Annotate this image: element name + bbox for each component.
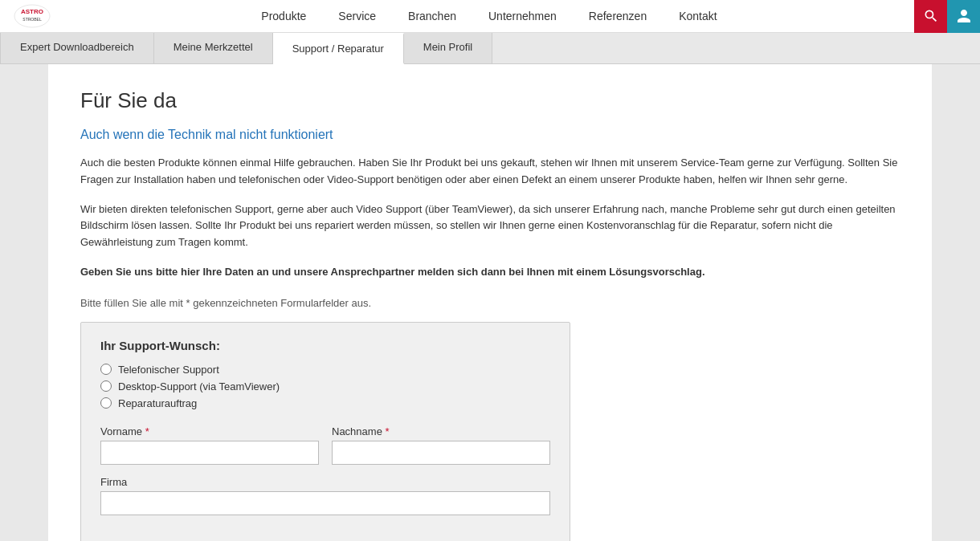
- nachname-label: Nachname *: [332, 425, 550, 437]
- tab-expert-download[interactable]: Expert Downloadbereich: [0, 33, 154, 63]
- tab-support-reparatur[interactable]: Support / Reparatur: [273, 33, 404, 64]
- nachname-required: *: [382, 425, 390, 437]
- support-wish-title: Ihr Support-Wunsch:: [100, 339, 550, 352]
- search-icon: [923, 8, 939, 24]
- radio-reparatur-label: Reparaturauftrag: [118, 397, 197, 409]
- firma-input[interactable]: [100, 491, 550, 515]
- radio-telefonisch-label: Telefonischer Support: [118, 364, 219, 376]
- body-text-2: Wir bieten direkten telefonischen Suppor…: [80, 201, 900, 251]
- nav-unternehmen[interactable]: Unternehmen: [488, 10, 557, 22]
- vorname-field: Vorname *: [100, 425, 319, 465]
- user-button[interactable]: [947, 0, 980, 33]
- vorname-label: Vorname *: [100, 425, 319, 437]
- radio-telefonisch[interactable]: Telefonischer Support: [100, 364, 550, 376]
- nav-branchen[interactable]: Branchen: [408, 10, 456, 22]
- form-note: Bitte füllen Sie alle mit * gekennzeichn…: [80, 297, 900, 309]
- nav-referenzen[interactable]: Referenzen: [589, 10, 647, 22]
- nav-produkte[interactable]: Produkte: [261, 10, 306, 22]
- radio-desktop-label: Desktop-Support (via TeamViewer): [118, 380, 280, 393]
- header-actions: [914, 0, 980, 33]
- search-button[interactable]: [914, 0, 947, 33]
- content-panel: Für Sie da Auch wenn die Technik mal nic…: [48, 64, 932, 541]
- body-text-1: Auch die besten Produkte können einmal H…: [80, 155, 900, 189]
- radio-reparatur-input[interactable]: [100, 397, 112, 409]
- support-box: Ihr Support-Wunsch: Telefonischer Suppor…: [80, 322, 570, 541]
- page-title: Für Sie da: [80, 88, 900, 113]
- tab-merkzettel[interactable]: Meine Merkzettel: [154, 33, 273, 63]
- name-row: Vorname * Nachname *: [100, 425, 550, 465]
- vorname-input[interactable]: [100, 441, 319, 465]
- svg-text:ASTRO: ASTRO: [21, 8, 43, 15]
- tab-mein-profil[interactable]: Mein Profil: [404, 33, 492, 63]
- radio-desktop-input[interactable]: [100, 380, 112, 392]
- radio-reparatur[interactable]: Reparaturauftrag: [100, 397, 550, 409]
- tab-bar: Expert Downloadbereich Meine Merkzettel …: [0, 33, 980, 64]
- main-wrapper: Für Sie da Auch wenn die Technik mal nic…: [0, 64, 980, 541]
- radio-telefonisch-input[interactable]: [100, 364, 112, 375]
- nav-service[interactable]: Service: [338, 10, 376, 22]
- firma-field: Firma: [100, 476, 550, 515]
- radio-desktop[interactable]: Desktop-Support (via TeamViewer): [100, 380, 550, 393]
- nachname-input[interactable]: [332, 441, 550, 465]
- svg-text:STROBEL: STROBEL: [22, 17, 42, 22]
- firma-row: Firma: [100, 476, 550, 515]
- nachname-field: Nachname *: [332, 425, 550, 465]
- nav-kontakt[interactable]: Kontakt: [679, 10, 717, 22]
- firma-label: Firma: [100, 476, 550, 488]
- user-icon: [956, 8, 972, 24]
- page-subtitle: Auch wenn die Technik mal nicht funktion…: [80, 128, 900, 142]
- body-text-3: Geben Sie uns bitte hier Ihre Daten an u…: [80, 264, 900, 281]
- logo[interactable]: ASTRO STROBEL: [0, 0, 64, 32]
- astro-logo-icon: ASTRO STROBEL: [12, 3, 52, 29]
- main-nav: Produkte Service Branchen Unternehmen Re…: [64, 10, 914, 22]
- header: ASTRO STROBEL Produkte Service Branchen …: [0, 0, 980, 33]
- support-radio-group: Telefonischer Support Desktop-Support (v…: [100, 364, 550, 409]
- vorname-required: *: [142, 425, 149, 437]
